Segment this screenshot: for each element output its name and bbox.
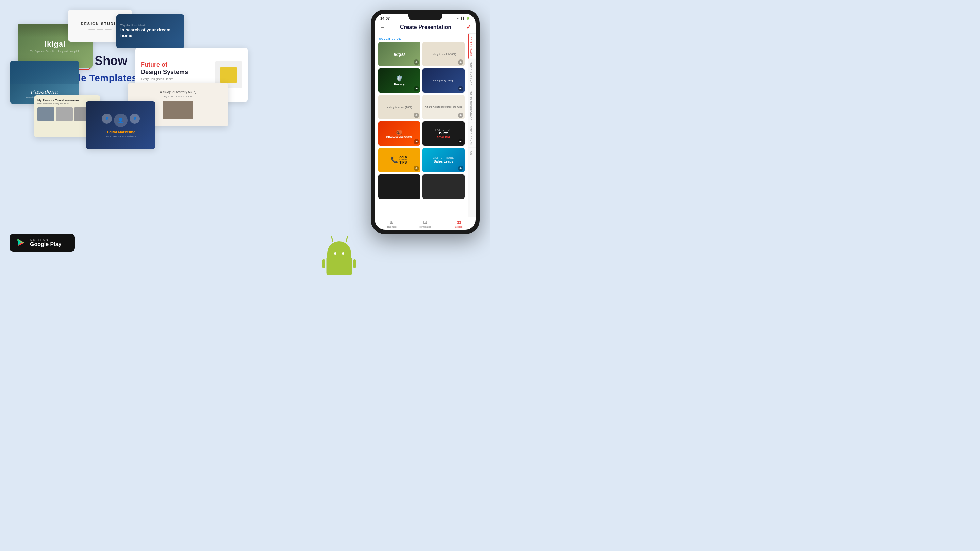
card-content-dark1 bbox=[378, 175, 420, 199]
time-display: 14:07 bbox=[380, 16, 390, 21]
back-button[interactable]: ← bbox=[380, 24, 385, 30]
slide-card-arch1[interactable]: a study in scarlet (1887) 👁 bbox=[378, 95, 420, 119]
app-title: Create Presentation bbox=[400, 24, 452, 30]
slide-grid: Ikigai 👁 a study in scarlet (1887) 👁 bbox=[376, 42, 467, 199]
wifi-icon: ▲ bbox=[456, 17, 459, 20]
android-body bbox=[326, 258, 352, 275]
mba-icon: 🏀 bbox=[396, 129, 403, 136]
eye-icon-ikigai[interactable]: 👁 bbox=[414, 59, 419, 65]
card-cold-line1: COLD bbox=[399, 156, 408, 159]
slide-card-blitz[interactable]: FATHER OF BLITZ SCALING 👁 bbox=[423, 121, 465, 146]
section-label: COVER SLIDE bbox=[376, 36, 467, 42]
google-play-button[interactable]: GET IT ON Google Play bbox=[10, 234, 75, 251]
slide-card-mba[interactable]: 🏀 MBA LESSONS Champ 👁 bbox=[378, 121, 420, 146]
slide-card-cold[interactable]: 📞 COLD CALLING TIPS 👁 bbox=[378, 148, 420, 172]
active-tab-indicator bbox=[468, 33, 469, 59]
slide-card-dark2[interactable] bbox=[423, 175, 465, 199]
status-icons: ▲ ▌▌ 🔋 bbox=[456, 17, 470, 20]
android-eye-left bbox=[334, 252, 336, 255]
phone-screen: 14:07 ▲ ▌▌ 🔋 ← Create Presentation ✓ COV… bbox=[375, 14, 476, 230]
templates-label: Templates bbox=[419, 225, 431, 229]
eye-icon-cold[interactable]: 👁 bbox=[414, 165, 419, 171]
digital-marketing-thumbnail: 👤 👤 👤 Digital Marketing How to reach you… bbox=[86, 101, 156, 149]
android-antenna-left bbox=[331, 236, 334, 242]
scarlet-image bbox=[162, 101, 193, 119]
play-text: GET IT ON Google Play bbox=[30, 238, 61, 248]
dream-home-thumbnail: Why should you listen to us In search of… bbox=[116, 14, 185, 48]
side-tab-bar: COVER SLIDE CONTENT SLIDE COMPARISON SLI… bbox=[468, 33, 476, 217]
future-title-red: Future of bbox=[141, 61, 211, 69]
eye-icon-study[interactable]: 👁 bbox=[458, 59, 463, 65]
android-antenna-right bbox=[345, 236, 348, 242]
side-tab-cover[interactable]: COVER SLIDE bbox=[468, 33, 476, 59]
card-blitz-pre: FATHER OF bbox=[435, 129, 452, 131]
signal-icon: ▌▌ bbox=[461, 17, 465, 20]
scarlet-title: A study in scarlet (1887) bbox=[159, 91, 196, 94]
slide-card-ikigai[interactable]: Ikigai 👁 bbox=[378, 42, 420, 66]
digital-title: Digital Marketing bbox=[105, 130, 136, 134]
play-top-text: GET IT ON bbox=[30, 238, 61, 241]
side-tab-comparison[interactable]: COMPARISON SLIDE bbox=[468, 88, 476, 123]
slides-scroll-area[interactable]: COVER SLIDE Ikigai 👁 bbox=[375, 33, 468, 217]
slides-label: Slides bbox=[455, 225, 463, 229]
eye-icon-arch2[interactable]: 👁 bbox=[458, 113, 463, 118]
nav-item-slides[interactable]: ▦ Slides bbox=[442, 219, 476, 229]
slide-card-study[interactable]: a study in scarlet (1887) 👁 bbox=[423, 42, 465, 66]
eye-icon-participatory[interactable]: 👁 bbox=[458, 86, 463, 91]
phone-icon-cold: 📞 bbox=[390, 156, 398, 164]
eye-icon-arch1[interactable]: 👁 bbox=[414, 113, 419, 118]
bottom-navigation: ⊞ Themes ⊡ Templates ▦ Slides bbox=[375, 217, 476, 230]
dream-home-label: Why should you listen to us bbox=[121, 24, 180, 27]
slide-card-dark1[interactable] bbox=[378, 175, 420, 199]
card-ikigai-title: Ikigai bbox=[394, 52, 405, 57]
future-title-dark: Design Systems bbox=[141, 69, 211, 76]
phone-frame: 14:07 ▲ ▌▌ 🔋 ← Create Presentation ✓ COV… bbox=[371, 10, 480, 234]
card-blitz-title: BLITZ bbox=[439, 132, 448, 135]
card-participatory-title: Participatory Design bbox=[432, 78, 456, 83]
pasadena-title: Pasadena bbox=[31, 89, 58, 95]
slide-card-privacy[interactable]: 🛡️ Privacy 👁 bbox=[378, 68, 420, 93]
card-privacy-title: Privacy bbox=[394, 83, 405, 86]
card-content-dark2 bbox=[423, 175, 465, 199]
ikigai-title: Ikigai bbox=[45, 40, 66, 49]
card-cold-line3: TIPS bbox=[399, 161, 408, 165]
eye-icon-mba[interactable]: 👁 bbox=[414, 139, 419, 144]
design-studio-title: DESIGN STUDIO bbox=[81, 22, 119, 26]
design-studio-decor bbox=[88, 29, 111, 30]
slide-card-arch2[interactable]: Art and Architecture under the Clios 👁 bbox=[423, 95, 465, 119]
nav-item-themes[interactable]: ⊞ Themes bbox=[375, 219, 409, 229]
digital-subtitle: How to reach your ideal customers bbox=[105, 135, 136, 137]
eye-icon-privacy[interactable]: 👁 bbox=[414, 86, 419, 91]
digital-circles: 👤 👤 👤 bbox=[102, 114, 140, 127]
android-arm-right bbox=[353, 259, 356, 268]
templates-icon: ⊡ bbox=[423, 219, 427, 225]
nav-item-templates[interactable]: ⊡ Templates bbox=[409, 219, 442, 229]
themes-label: Themes bbox=[387, 225, 397, 229]
ikigai-subtitle: The Japanese Secret to a Long and Happy … bbox=[30, 50, 80, 52]
future-subtitle: Every Designer's Desire bbox=[141, 77, 211, 81]
card-study-title: a study in scarlet (1887) bbox=[430, 52, 458, 57]
card-sales-title: Sales Leads bbox=[434, 160, 453, 164]
android-arm-left bbox=[323, 259, 325, 268]
card-sales-pre: GATHER MORE bbox=[433, 157, 455, 159]
card-blitz-sub: SCALING bbox=[437, 136, 451, 139]
eye-icon-blitz[interactable]: 👁 bbox=[458, 139, 463, 144]
eye-icon-sales[interactable]: 👁 bbox=[458, 165, 463, 171]
phone-notch bbox=[408, 14, 442, 21]
slide-card-sales[interactable]: GATHER MORE Sales Leads 👁 bbox=[423, 148, 465, 172]
card-arch1-title: a study in scarlet (1887) bbox=[385, 105, 414, 110]
android-eye-right bbox=[342, 252, 344, 255]
side-tab-quote[interactable]: QU bbox=[468, 148, 476, 158]
side-tab-image[interactable]: IMAGE SLIDE bbox=[468, 123, 476, 148]
scarlet-author: By Arthur Conan Doyle bbox=[164, 95, 191, 98]
shield-icon-privacy: 🛡️ bbox=[396, 75, 403, 82]
app-content: COVER SLIDE Ikigai 👁 bbox=[375, 33, 476, 217]
card-mba-title: MBA LESSONS Champ bbox=[387, 136, 413, 138]
android-head bbox=[327, 241, 351, 258]
slides-icon: ▦ bbox=[457, 219, 461, 225]
slide-card-participatory[interactable]: Participatory Design 👁 bbox=[423, 68, 465, 93]
battery-icon: 🔋 bbox=[466, 17, 470, 20]
side-tab-content[interactable]: CONTENT SLIDE bbox=[468, 59, 476, 88]
phone-mockup: 14:07 ▲ ▌▌ 🔋 ← Create Presentation ✓ COV… bbox=[371, 10, 480, 234]
confirm-button[interactable]: ✓ bbox=[466, 24, 471, 30]
